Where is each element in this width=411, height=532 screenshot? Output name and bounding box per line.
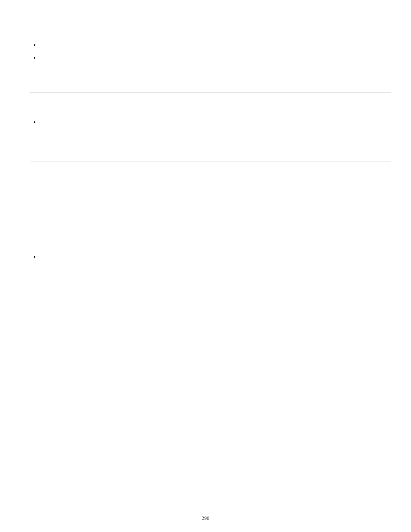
spacer bbox=[30, 254, 391, 418]
spacer bbox=[30, 42, 391, 55]
spacer bbox=[30, 93, 391, 119]
spacer bbox=[30, 39, 391, 42]
spacer bbox=[30, 55, 391, 92]
spacer bbox=[30, 162, 391, 254]
spacer bbox=[30, 119, 391, 162]
bullet-icon: ◆ bbox=[34, 42, 36, 47]
bullet-icon: ◆ bbox=[34, 254, 36, 259]
bullet-icon: ◆ bbox=[34, 119, 36, 124]
document-content: ◆ ◆ ◆ ◆ bbox=[30, 39, 391, 418]
horizontal-rule bbox=[30, 418, 391, 418]
page-number: 290 bbox=[0, 515, 411, 522]
bullet-icon: ◆ bbox=[34, 55, 36, 60]
